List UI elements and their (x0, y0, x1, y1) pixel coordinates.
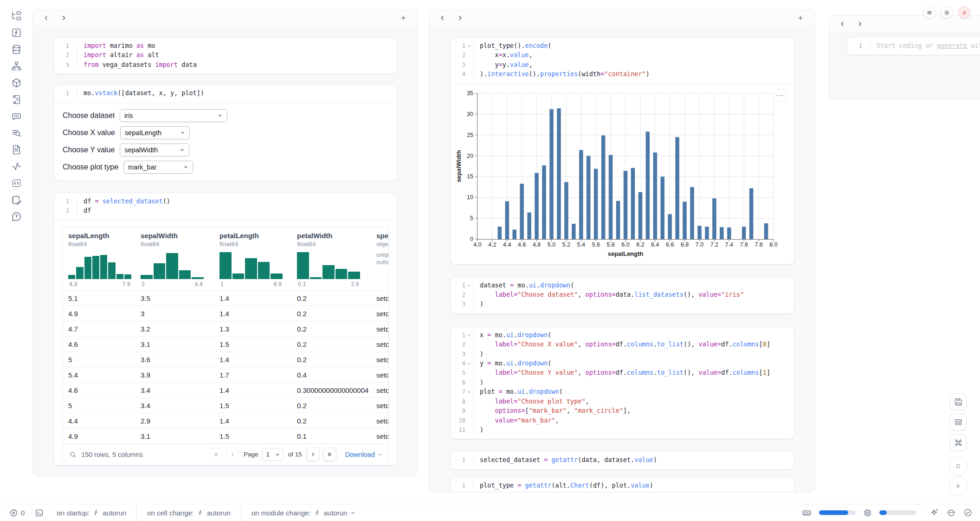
chat-bot-icon[interactable] (11, 111, 22, 122)
code-text[interactable]: label="Choose plot type", (473, 397, 794, 406)
code-text[interactable]: dataset = mo.ui.dropdown( (473, 281, 794, 290)
fold-chevron-icon[interactable] (465, 281, 472, 290)
column-left-icon[interactable] (437, 13, 448, 24)
on-startup-setting[interactable]: on startup: autorun (46, 504, 136, 521)
choose-dataset-select[interactable]: iris (120, 109, 227, 122)
column-right-icon[interactable] (454, 13, 465, 24)
scratchpad-icon[interactable] (11, 194, 22, 205)
layout-button[interactable] (950, 414, 967, 430)
code-editor-placeholder[interactable]: Start coding or generate with AI. (870, 41, 980, 51)
chart-svg[interactable]: 4.04.24.44.64.85.05.25.45.65.86.06.26.46… (454, 88, 779, 260)
code-text[interactable]: import marimo as mo (77, 41, 397, 51)
table-row[interactable]: 4.42.91.40.2setosa (63, 413, 388, 428)
run-button[interactable] (949, 477, 967, 495)
cpu-usage-bar[interactable] (879, 510, 916, 515)
memory-usage-bar[interactable] (819, 510, 856, 515)
code-text[interactable]: y=y.value, (473, 60, 794, 70)
dependency-graph-icon[interactable] (11, 60, 22, 72)
code-text[interactable]: ) (473, 350, 794, 359)
download-button[interactable]: Download (345, 451, 382, 458)
table-row[interactable]: 4.63.11.50.2setosa (63, 336, 388, 352)
code-editor[interactable]: 1mo.vstack([dataset, x, y, plot]) (54, 85, 397, 102)
code-text[interactable]: plot = mo.ui.dropdown( (473, 387, 794, 397)
column-header-sepalLength[interactable]: sepalLengthfloat644.37.9 (63, 227, 135, 290)
code-editor[interactable]: 1dataset = mo.ui.dropdown(2 label="Choos… (451, 277, 794, 313)
table-row[interactable]: 53.61.40.2setosa (63, 352, 388, 367)
column-left-icon[interactable] (837, 19, 848, 30)
table-row[interactable]: 4.73.21.30.2setosa (63, 321, 388, 336)
ai-sparkle-icon[interactable] (930, 508, 939, 517)
code-text[interactable]: ) (473, 378, 794, 387)
code-text[interactable]: label="Choose dataset", options=data.lis… (473, 290, 794, 300)
menu-button[interactable] (923, 7, 935, 19)
save-button[interactable] (950, 393, 967, 410)
chart-options-button[interactable] (773, 89, 787, 103)
fold-chevron-icon[interactable] (465, 359, 472, 368)
code-text[interactable]: label="Choose Y value", options=df.colum… (473, 368, 794, 378)
code-text[interactable]: df = selected_dataset() (77, 197, 397, 206)
code-editor[interactable]: 1import marimo as mo2import altair as al… (54, 38, 397, 74)
add-cell-button[interactable]: + (398, 13, 409, 24)
table-row[interactable]: 5.13.51.40.2setosa (63, 290, 388, 306)
connection-status-icon[interactable] (963, 508, 973, 517)
table-row[interactable]: 4.931.40.2setosa (63, 306, 388, 321)
code-text[interactable]: ).interactive().properties(width="contai… (473, 70, 794, 79)
first-page-button[interactable] (209, 448, 223, 461)
code-editor[interactable]: 1selected_dataset = getattr(data, datase… (451, 452, 794, 469)
choose-y-value-select[interactable]: sepalWidth (120, 143, 189, 156)
code-editor[interactable]: 1df = selected_dataset()2df (54, 193, 397, 220)
code-text[interactable]: df (77, 206, 397, 215)
column-header-petalWidth[interactable]: petalWidthfloat640.12.5 (291, 227, 371, 290)
altair-bar-chart[interactable]: 4.04.24.44.64.85.05.25.45.65.86.06.26.46… (454, 88, 794, 261)
table-row[interactable]: 4.93.11.50.1setosa (63, 428, 388, 443)
page-select[interactable]: 1 (262, 448, 284, 461)
code-text[interactable]: x=x.value, (473, 51, 794, 60)
add-cell-button[interactable]: + (795, 13, 806, 24)
search-logs-icon[interactable] (11, 127, 22, 138)
assistant-bot-icon[interactable] (947, 508, 956, 517)
code-text[interactable]: label="Choose X value", options=df.colum… (473, 340, 794, 349)
stop-button[interactable] (949, 457, 967, 475)
code-text[interactable]: options=["mark_bar", "mark_circle"], (473, 406, 794, 416)
code-editor[interactable]: 1x = mo.ui.dropdown(2 label="Choose X va… (451, 327, 794, 439)
choose-plot-type-select[interactable]: mark_bar (123, 161, 193, 174)
column-header-species[interactable]: speciesobjectuniquenulls: (371, 227, 388, 290)
code-text[interactable]: y = mo.ui.dropdown( (473, 359, 794, 368)
column-header-petalLength[interactable]: petalLengthfloat6416.9 (214, 227, 291, 290)
generate-with-ai-link[interactable]: generate (937, 42, 967, 49)
database-icon[interactable] (11, 44, 22, 55)
fold-chevron-icon[interactable] (465, 387, 472, 397)
error-counter[interactable]: 0 (9, 508, 25, 517)
code-text[interactable]: import altair as alt (77, 51, 397, 60)
documentation-icon[interactable] (11, 144, 22, 155)
settings-button[interactable] (941, 7, 953, 19)
table-row[interactable]: 53.41.50.2setosa (63, 397, 388, 413)
code-text[interactable]: ) (473, 425, 794, 435)
packages-icon[interactable] (11, 77, 22, 88)
next-page-button[interactable] (306, 448, 320, 461)
column-header-sepalWidth[interactable]: sepalWidthfloat6424.4 (135, 227, 214, 290)
column-right-icon[interactable] (58, 13, 69, 24)
code-text[interactable]: plot_type = getattr(alt.Chart(df), plot.… (473, 481, 794, 490)
on-cell-change-setting[interactable]: on cell change: autorun (137, 504, 241, 521)
fold-chevron-icon[interactable] (465, 331, 472, 340)
fold-chevron-icon[interactable] (465, 41, 472, 51)
help-icon[interactable]: ? (11, 211, 22, 222)
tracing-icon[interactable] (11, 161, 22, 172)
code-text[interactable]: mo.vstack([dataset, x, y, plot]) (77, 89, 397, 98)
functions-icon[interactable] (11, 27, 22, 38)
prev-page-button[interactable] (226, 448, 239, 461)
last-page-button[interactable] (323, 448, 336, 461)
snippets-icon[interactable] (11, 177, 22, 189)
scripts-icon[interactable] (11, 94, 22, 105)
code-text[interactable]: selected_dataset = getattr(data, dataset… (473, 456, 794, 465)
code-text[interactable]: from vega_datasets import data (77, 60, 397, 70)
shutdown-button[interactable] (958, 7, 970, 19)
code-text[interactable]: plot_type().encode( (473, 41, 794, 51)
table-row[interactable]: 4.63.41.40.30000000000000004setosa (63, 382, 388, 397)
table-row[interactable]: 5.43.91.70.4setosa (63, 367, 388, 382)
column-right-icon[interactable] (854, 19, 865, 30)
terminal-button[interactable] (35, 508, 44, 517)
code-editor[interactable]: 1plot_type = getattr(alt.Chart(df), plot… (451, 477, 794, 492)
code-editor[interactable]: 1plot_type().encode(2 x=x.value,3 y=y.va… (451, 38, 794, 84)
